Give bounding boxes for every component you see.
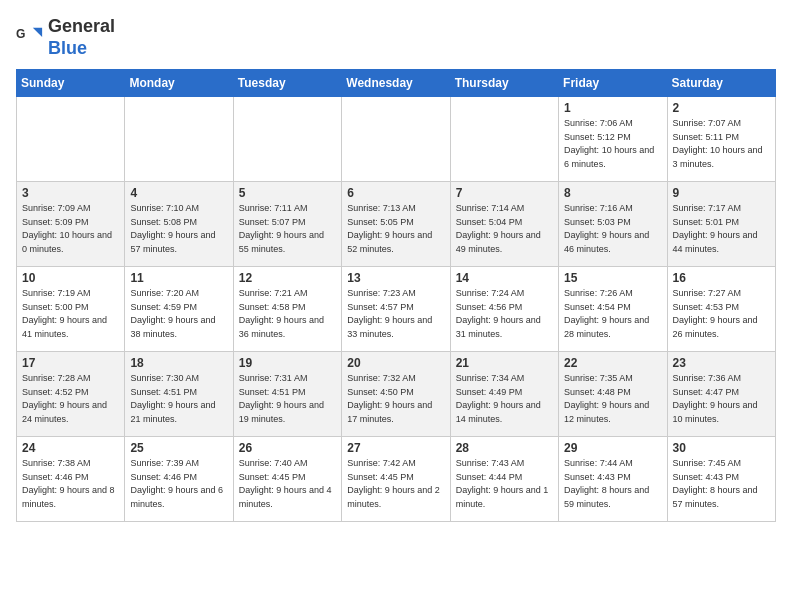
- day-info: Sunrise: 7:06 AMSunset: 5:12 PMDaylight:…: [564, 117, 661, 171]
- day-number: 23: [673, 356, 770, 370]
- calendar-cell: 21Sunrise: 7:34 AMSunset: 4:49 PMDayligh…: [450, 352, 558, 437]
- calendar-cell: 13Sunrise: 7:23 AMSunset: 4:57 PMDayligh…: [342, 267, 450, 352]
- calendar-cell: 17Sunrise: 7:28 AMSunset: 4:52 PMDayligh…: [17, 352, 125, 437]
- calendar-cell: 15Sunrise: 7:26 AMSunset: 4:54 PMDayligh…: [559, 267, 667, 352]
- calendar-cell: 24Sunrise: 7:38 AMSunset: 4:46 PMDayligh…: [17, 437, 125, 522]
- logo-icon: G: [16, 24, 44, 52]
- day-number: 17: [22, 356, 119, 370]
- day-header-sunday: Sunday: [17, 70, 125, 97]
- day-info: Sunrise: 7:11 AMSunset: 5:07 PMDaylight:…: [239, 202, 336, 256]
- day-number: 29: [564, 441, 661, 455]
- calendar-cell: 14Sunrise: 7:24 AMSunset: 4:56 PMDayligh…: [450, 267, 558, 352]
- day-number: 19: [239, 356, 336, 370]
- day-info: Sunrise: 7:38 AMSunset: 4:46 PMDaylight:…: [22, 457, 119, 511]
- calendar-cell: 16Sunrise: 7:27 AMSunset: 4:53 PMDayligh…: [667, 267, 775, 352]
- calendar-cell: [233, 97, 341, 182]
- calendar-cell: 12Sunrise: 7:21 AMSunset: 4:58 PMDayligh…: [233, 267, 341, 352]
- day-info: Sunrise: 7:27 AMSunset: 4:53 PMDaylight:…: [673, 287, 770, 341]
- day-number: 21: [456, 356, 553, 370]
- calendar-cell: 20Sunrise: 7:32 AMSunset: 4:50 PMDayligh…: [342, 352, 450, 437]
- calendar-cell: 1Sunrise: 7:06 AMSunset: 5:12 PMDaylight…: [559, 97, 667, 182]
- day-number: 11: [130, 271, 227, 285]
- day-info: Sunrise: 7:14 AMSunset: 5:04 PMDaylight:…: [456, 202, 553, 256]
- day-info: Sunrise: 7:21 AMSunset: 4:58 PMDaylight:…: [239, 287, 336, 341]
- calendar-cell: [450, 97, 558, 182]
- day-info: Sunrise: 7:30 AMSunset: 4:51 PMDaylight:…: [130, 372, 227, 426]
- day-number: 27: [347, 441, 444, 455]
- day-number: 16: [673, 271, 770, 285]
- day-info: Sunrise: 7:07 AMSunset: 5:11 PMDaylight:…: [673, 117, 770, 171]
- day-info: Sunrise: 7:23 AMSunset: 4:57 PMDaylight:…: [347, 287, 444, 341]
- calendar-cell: [17, 97, 125, 182]
- day-number: 3: [22, 186, 119, 200]
- calendar-cell: 3Sunrise: 7:09 AMSunset: 5:09 PMDaylight…: [17, 182, 125, 267]
- calendar-cell: [125, 97, 233, 182]
- day-number: 20: [347, 356, 444, 370]
- day-number: 1: [564, 101, 661, 115]
- calendar-cell: 25Sunrise: 7:39 AMSunset: 4:46 PMDayligh…: [125, 437, 233, 522]
- calendar-cell: 4Sunrise: 7:10 AMSunset: 5:08 PMDaylight…: [125, 182, 233, 267]
- day-header-tuesday: Tuesday: [233, 70, 341, 97]
- day-number: 25: [130, 441, 227, 455]
- day-info: Sunrise: 7:31 AMSunset: 4:51 PMDaylight:…: [239, 372, 336, 426]
- day-info: Sunrise: 7:13 AMSunset: 5:05 PMDaylight:…: [347, 202, 444, 256]
- day-number: 30: [673, 441, 770, 455]
- calendar-cell: 11Sunrise: 7:20 AMSunset: 4:59 PMDayligh…: [125, 267, 233, 352]
- day-number: 28: [456, 441, 553, 455]
- day-number: 10: [22, 271, 119, 285]
- calendar-cell: 18Sunrise: 7:30 AMSunset: 4:51 PMDayligh…: [125, 352, 233, 437]
- day-number: 5: [239, 186, 336, 200]
- calendar-cell: [342, 97, 450, 182]
- calendar-cell: 10Sunrise: 7:19 AMSunset: 5:00 PMDayligh…: [17, 267, 125, 352]
- day-info: Sunrise: 7:42 AMSunset: 4:45 PMDaylight:…: [347, 457, 444, 511]
- day-header-monday: Monday: [125, 70, 233, 97]
- day-info: Sunrise: 7:28 AMSunset: 4:52 PMDaylight:…: [22, 372, 119, 426]
- day-number: 8: [564, 186, 661, 200]
- day-info: Sunrise: 7:24 AMSunset: 4:56 PMDaylight:…: [456, 287, 553, 341]
- day-header-thursday: Thursday: [450, 70, 558, 97]
- day-number: 24: [22, 441, 119, 455]
- day-number: 18: [130, 356, 227, 370]
- calendar-cell: 27Sunrise: 7:42 AMSunset: 4:45 PMDayligh…: [342, 437, 450, 522]
- day-number: 22: [564, 356, 661, 370]
- day-info: Sunrise: 7:45 AMSunset: 4:43 PMDaylight:…: [673, 457, 770, 511]
- calendar-cell: 22Sunrise: 7:35 AMSunset: 4:48 PMDayligh…: [559, 352, 667, 437]
- calendar-cell: 29Sunrise: 7:44 AMSunset: 4:43 PMDayligh…: [559, 437, 667, 522]
- day-number: 6: [347, 186, 444, 200]
- calendar-cell: 23Sunrise: 7:36 AMSunset: 4:47 PMDayligh…: [667, 352, 775, 437]
- day-info: Sunrise: 7:10 AMSunset: 5:08 PMDaylight:…: [130, 202, 227, 256]
- day-info: Sunrise: 7:40 AMSunset: 4:45 PMDaylight:…: [239, 457, 336, 511]
- page-header: G GeneralBlue: [16, 16, 776, 59]
- day-info: Sunrise: 7:34 AMSunset: 4:49 PMDaylight:…: [456, 372, 553, 426]
- day-info: Sunrise: 7:44 AMSunset: 4:43 PMDaylight:…: [564, 457, 661, 511]
- day-info: Sunrise: 7:20 AMSunset: 4:59 PMDaylight:…: [130, 287, 227, 341]
- logo: G GeneralBlue: [16, 16, 115, 59]
- day-info: Sunrise: 7:39 AMSunset: 4:46 PMDaylight:…: [130, 457, 227, 511]
- day-header-wednesday: Wednesday: [342, 70, 450, 97]
- day-info: Sunrise: 7:43 AMSunset: 4:44 PMDaylight:…: [456, 457, 553, 511]
- calendar-cell: 8Sunrise: 7:16 AMSunset: 5:03 PMDaylight…: [559, 182, 667, 267]
- calendar-cell: 7Sunrise: 7:14 AMSunset: 5:04 PMDaylight…: [450, 182, 558, 267]
- day-info: Sunrise: 7:19 AMSunset: 5:00 PMDaylight:…: [22, 287, 119, 341]
- calendar-table: SundayMondayTuesdayWednesdayThursdayFrid…: [16, 69, 776, 522]
- calendar-cell: 30Sunrise: 7:45 AMSunset: 4:43 PMDayligh…: [667, 437, 775, 522]
- day-number: 14: [456, 271, 553, 285]
- day-info: Sunrise: 7:36 AMSunset: 4:47 PMDaylight:…: [673, 372, 770, 426]
- day-info: Sunrise: 7:09 AMSunset: 5:09 PMDaylight:…: [22, 202, 119, 256]
- day-info: Sunrise: 7:17 AMSunset: 5:01 PMDaylight:…: [673, 202, 770, 256]
- day-number: 4: [130, 186, 227, 200]
- calendar-cell: 19Sunrise: 7:31 AMSunset: 4:51 PMDayligh…: [233, 352, 341, 437]
- calendar-cell: 5Sunrise: 7:11 AMSunset: 5:07 PMDaylight…: [233, 182, 341, 267]
- day-header-saturday: Saturday: [667, 70, 775, 97]
- day-number: 2: [673, 101, 770, 115]
- day-number: 15: [564, 271, 661, 285]
- day-info: Sunrise: 7:32 AMSunset: 4:50 PMDaylight:…: [347, 372, 444, 426]
- logo-text: GeneralBlue: [48, 16, 115, 59]
- svg-marker-1: [33, 27, 42, 36]
- day-number: 13: [347, 271, 444, 285]
- svg-text:G: G: [16, 27, 25, 41]
- day-header-friday: Friday: [559, 70, 667, 97]
- calendar-cell: 9Sunrise: 7:17 AMSunset: 5:01 PMDaylight…: [667, 182, 775, 267]
- day-number: 7: [456, 186, 553, 200]
- calendar-cell: 2Sunrise: 7:07 AMSunset: 5:11 PMDaylight…: [667, 97, 775, 182]
